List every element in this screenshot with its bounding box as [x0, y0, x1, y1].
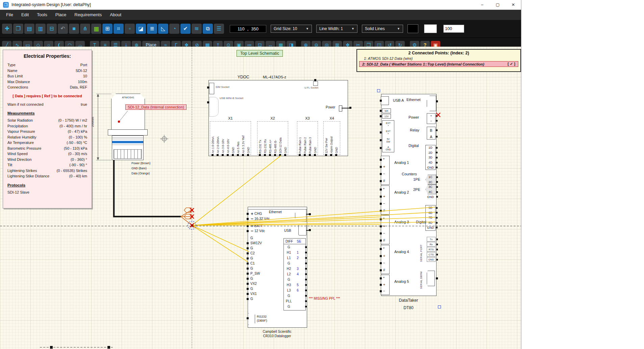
pin-marker[interactable]	[436, 186, 438, 188]
pin-marker[interactable]	[380, 277, 382, 279]
analog3-block[interactable]: *+−#	[381, 215, 390, 244]
digital-pin[interactable]: 7D	[426, 215, 435, 220]
rs232-db9-connector[interactable]	[248, 313, 255, 325]
ext-terminal[interactable]: EXT *	[382, 121, 394, 129]
pin-marker[interactable]	[305, 252, 307, 253]
se-table-row[interactable]: H2 3	[284, 266, 305, 271]
pin-marker[interactable]	[309, 154, 311, 156]
pin-marker[interactable]	[264, 154, 266, 156]
pin-marker[interactable]	[380, 173, 382, 175]
atmos41-flange[interactable]	[108, 129, 148, 135]
pin-marker[interactable]	[436, 259, 438, 260]
pin-marker[interactable]	[212, 154, 214, 156]
pin-marker[interactable]	[305, 273, 307, 275]
bus-button[interactable]: ≋	[192, 24, 202, 34]
analog-pin[interactable]: #	[381, 237, 389, 244]
pin-marker[interactable]	[304, 154, 306, 156]
pin-marker[interactable]	[247, 317, 249, 319]
menu-item[interactable]: Tools	[33, 10, 51, 20]
pin-marker[interactable]	[247, 278, 249, 280]
atmos41-sensor[interactable]: ATMOS41	[111, 94, 145, 131]
pin-marker[interactable]	[436, 227, 438, 228]
analog-pin[interactable]: +	[381, 252, 389, 259]
pin-marker[interactable]	[380, 203, 382, 205]
new-file-button[interactable]: ✚	[2, 24, 12, 34]
connector-pin[interactable]: Pulse Rain 1	[297, 122, 302, 154]
connector-pin[interactable]: An 5 Res	[236, 122, 241, 154]
pin-marker[interactable]	[436, 129, 438, 131]
menu-item[interactable]: Place	[51, 10, 71, 20]
pin-marker[interactable]	[380, 225, 382, 227]
zoom-input[interactable]	[443, 25, 464, 33]
pin-marker[interactable]	[436, 249, 438, 250]
pin-marker[interactable]	[436, 147, 438, 149]
pin-marker[interactable]	[247, 225, 249, 227]
pin-marker[interactable]	[232, 154, 234, 156]
menu-item[interactable]: File	[2, 10, 17, 20]
analog-pin[interactable]: −	[381, 230, 389, 237]
connector-pin[interactable]: RS-485 A+	[268, 122, 273, 154]
pin-marker[interactable]	[309, 213, 311, 215]
counter-pin[interactable]: GND	[425, 194, 436, 199]
pin-marker[interactable]	[247, 268, 249, 270]
fill-color-swatch[interactable]	[424, 24, 437, 33]
pin-marker[interactable]	[237, 154, 239, 156]
pin-marker[interactable]	[247, 263, 249, 265]
connector-pin[interactable]: RS-232 Tx	[257, 122, 263, 154]
counter-pin[interactable]: 4C	[425, 190, 436, 195]
cr310-datalogger[interactable]: Ethernet USB + CHG −	[248, 207, 307, 328]
ext-terminal-block[interactable]: EXT * EXT + 5V SW	[382, 120, 394, 152]
pin-marker[interactable]	[242, 154, 244, 156]
ext-terminal[interactable]: EXT +	[382, 129, 394, 137]
verify-button[interactable]: ✔	[180, 24, 191, 34]
digital-pin[interactable]: 8D	[426, 220, 435, 225]
se-table-row[interactable]: PLL	[284, 298, 305, 304]
connector-pin[interactable]: GND	[334, 122, 339, 154]
cr310-pin-row[interactable]: P_SW	[247, 271, 270, 276]
cr310-pin-row[interactable]: VX1	[247, 291, 270, 296]
menu-item[interactable]: Edit	[17, 10, 33, 20]
analog-pin[interactable]: #	[381, 267, 389, 274]
pin-marker[interactable]	[436, 217, 438, 219]
pin-marker[interactable]	[380, 269, 382, 271]
cr310-pin-row[interactable]: G	[247, 246, 270, 251]
connector-x2[interactable]: X2 RS-232 TxRS-232 RxRS-485 A+RS-485 B-S…	[257, 121, 288, 155]
pin-marker[interactable]	[436, 100, 438, 102]
pin-marker[interactable]	[305, 279, 307, 280]
save-all-button[interactable]: ▥	[35, 24, 46, 34]
pin-marker[interactable]	[325, 154, 327, 156]
connector-pin[interactable]: GND	[230, 122, 236, 154]
pin-marker[interactable]	[314, 79, 316, 81]
pin-marker[interactable]	[380, 166, 382, 168]
pin-marker[interactable]	[436, 222, 438, 224]
gauge-button[interactable]: ◔	[169, 24, 179, 34]
pin-marker[interactable]	[247, 283, 249, 285]
hierarchy-button[interactable]: ⋔	[80, 24, 90, 34]
db9m-connector[interactable]	[427, 271, 435, 286]
pin-marker[interactable]	[380, 248, 382, 250]
cr310-pin-row[interactable]: − 16-32 Vdc	[247, 216, 270, 221]
pin-marker[interactable]	[436, 157, 438, 158]
pin-marker[interactable]	[380, 218, 382, 220]
pin-marker[interactable]	[247, 154, 249, 156]
connector-x4[interactable]: X4 12V Sw PwrAlarm OutputGND	[323, 121, 340, 155]
pin-marker[interactable]	[247, 298, 249, 300]
pin-marker[interactable]	[380, 232, 382, 234]
print-button[interactable]: ⊟	[47, 24, 57, 34]
pin-marker[interactable]	[380, 115, 382, 117]
serial-pin[interactable]: RTS	[427, 247, 436, 252]
table-view-button[interactable]: ⊞	[102, 24, 113, 34]
cr310-pin-row[interactable]: C1	[247, 261, 270, 266]
ethernet-jack[interactable]	[427, 96, 436, 111]
connector-pin[interactable]: 12V Sw Pwr	[324, 122, 329, 154]
pin-marker[interactable]	[380, 180, 382, 182]
pin-marker[interactable]	[305, 257, 307, 259]
cr310-pin-row[interactable]: SW12V	[247, 241, 270, 246]
pin-marker[interactable]	[349, 107, 351, 109]
usb-socket[interactable]	[298, 225, 306, 235]
analog-pin[interactable]: *	[381, 216, 389, 223]
usb-a-port[interactable]	[381, 96, 389, 105]
selection-handle[interactable]	[438, 305, 441, 308]
connector-pin[interactable]: An 1 0-20mA	[210, 122, 215, 154]
analog-pin[interactable]: −	[381, 259, 389, 267]
